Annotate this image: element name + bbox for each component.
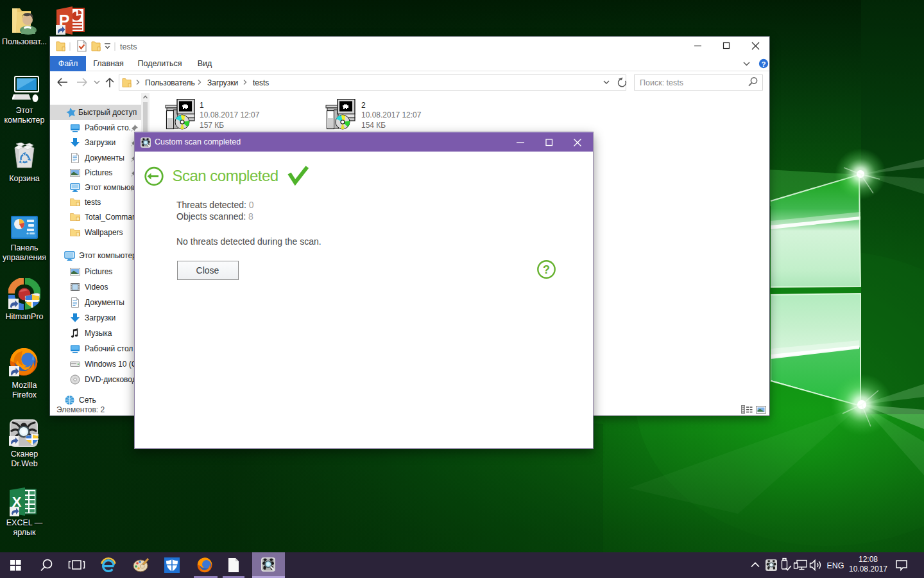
- svg-text:Пользователь: Пользователь: [145, 78, 195, 87]
- svg-text:ENG: ENG: [826, 561, 844, 570]
- svg-text:tests: tests: [253, 78, 269, 87]
- svg-text:?: ?: [761, 60, 766, 68]
- svg-text:tests: tests: [120, 42, 137, 51]
- svg-text:Поиск: tests: Поиск: tests: [640, 78, 683, 87]
- svg-text:Загрузки: Загрузки: [207, 78, 238, 87]
- svg-text:?: ?: [543, 263, 550, 276]
